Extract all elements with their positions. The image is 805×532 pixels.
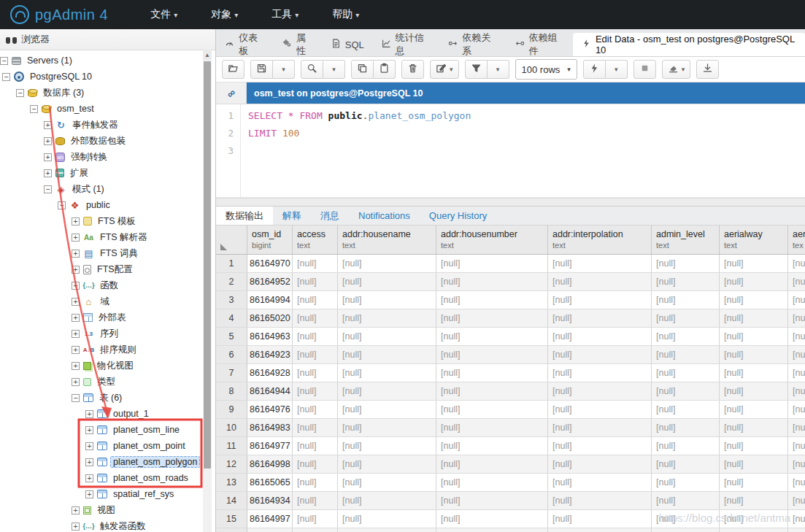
data-cell-addr-interpolation[interactable]: [null] (548, 346, 652, 363)
expand-icon[interactable]: + (72, 250, 80, 258)
data-cell-admin_level[interactable]: [null] (652, 437, 720, 455)
data-cell-addr-housename[interactable]: [null] (338, 474, 436, 491)
data-cell-osm_id[interactable]: 86165065 (247, 474, 293, 491)
column-header-addr-interpolation[interactable]: addr:interpolationtext (548, 225, 652, 254)
output-tab-notifications[interactable]: Notifications (349, 207, 420, 225)
data-cell-addr-interpolation[interactable]: [null] (548, 528, 652, 532)
data-cell-addr-housename[interactable]: [null] (338, 346, 436, 363)
paste-button[interactable] (374, 60, 396, 79)
save-button[interactable] (250, 60, 273, 79)
filter-button[interactable] (465, 60, 488, 79)
data-cell-aer[interactable]: [nu (788, 401, 805, 418)
data-cell-aer[interactable]: [nu (788, 309, 805, 327)
tree-item--[interactable]: +强制转换 (0, 149, 215, 165)
data-cell-admin_level[interactable]: [null] (652, 510, 720, 528)
data-cell-osm_id[interactable]: 86165020 (247, 309, 293, 327)
row-number-cell[interactable]: 11 (216, 437, 247, 455)
data-cell-aerialway[interactable]: [null] (720, 364, 788, 382)
tab-依赖组件[interactable]: 依赖组件 (507, 33, 573, 56)
column-header-aer[interactable]: aertex (788, 225, 805, 254)
data-cell-admin_level[interactable]: [null] (652, 474, 720, 491)
data-cell-admin_level[interactable]: [null] (652, 328, 720, 345)
data-cell-addr-housename[interactable]: [null] (338, 382, 436, 400)
data-cell-addr-housenumber[interactable]: [null] (436, 328, 548, 345)
data-cell-osm_id[interactable]: 86164934 (247, 492, 293, 509)
tree-item--[interactable]: +视图 (0, 502, 215, 518)
data-cell-aer[interactable]: [nu (788, 273, 805, 290)
row-number-cell[interactable]: 15 (216, 510, 247, 528)
data-cell-access[interactable]: [null] (293, 419, 338, 436)
data-cell-access[interactable]: [null] (293, 291, 338, 309)
data-cell-addr-interpolation[interactable]: [null] (548, 364, 652, 382)
expand-icon[interactable]: + (85, 410, 93, 418)
expand-icon[interactable]: + (72, 217, 80, 225)
expand-icon[interactable]: + (44, 137, 52, 145)
data-cell-addr-interpolation[interactable]: [null] (548, 474, 652, 491)
select-all-corner-cell[interactable] (216, 225, 247, 254)
data-cell-addr-interpolation[interactable]: [null] (548, 455, 652, 473)
data-cell-access[interactable]: [null] (293, 328, 338, 345)
data-cell-aer[interactable]: [nu (788, 419, 805, 436)
data-cell-addr-housename[interactable]: [null] (338, 419, 436, 436)
data-cell-osm_id[interactable]: 86164994 (247, 291, 293, 309)
data-cell-addr-interpolation[interactable]: [null] (548, 419, 652, 436)
data-cell-addr-housename[interactable]: [null] (338, 255, 436, 272)
expand-icon[interactable]: + (72, 346, 80, 354)
data-cell-aerialway[interactable]: [null] (720, 255, 788, 272)
download-csv-button[interactable] (696, 60, 719, 79)
data-cell-addr-housename[interactable]: [null] (338, 273, 436, 290)
data-cell-access[interactable]: [null] (293, 309, 338, 327)
data-cell-access[interactable]: [null] (293, 492, 338, 509)
data-cell-access[interactable]: [null] (293, 255, 338, 272)
data-cell-aer[interactable]: [nu (788, 492, 805, 509)
data-cell-osm_id[interactable]: 86164923 (247, 346, 293, 363)
data-cell-addr-housename[interactable]: [null] (338, 528, 436, 532)
tree-item--[interactable]: +扩展 (0, 165, 215, 181)
data-cell-osm_id[interactable]: 86164968 (247, 528, 293, 532)
data-cell-aerialway[interactable]: [null] (720, 382, 788, 400)
data-cell-admin_level[interactable]: [null] (652, 528, 720, 532)
row-number-cell[interactable]: 9 (216, 401, 247, 418)
scrollbar-thumb[interactable] (204, 61, 211, 469)
data-cell-addr-housename[interactable]: [null] (338, 437, 436, 455)
expand-icon[interactable]: + (72, 234, 80, 242)
expand-icon[interactable]: + (72, 506, 80, 514)
menu-工具[interactable]: 工具▾ (271, 8, 298, 21)
column-header-addr-housename[interactable]: addr:housenametext (338, 225, 436, 254)
data-cell-addr-housenumber[interactable]: [null] (436, 255, 548, 272)
data-cell-addr-housenumber[interactable]: [null] (436, 273, 548, 290)
tree-item--[interactable]: +事件触发器 (0, 117, 215, 133)
tab-统计信息[interactable]: 统计信息 (373, 33, 439, 56)
tree-item-planet_osm_point[interactable]: +planet_osm_point (0, 438, 215, 454)
tree-item-planet_osm_roads[interactable]: +planet_osm_roads (0, 470, 215, 486)
collapse-icon[interactable]: − (0, 57, 8, 65)
tab-属性[interactable]: 属性 (274, 33, 323, 56)
tree-item--[interactable]: +外部数据包装 (0, 133, 215, 149)
data-cell-addr-interpolation[interactable]: [null] (548, 401, 652, 418)
data-cell-osm_id[interactable]: 86164928 (247, 364, 293, 382)
column-header-addr-housenumber[interactable]: addr:housenumbertext (436, 225, 548, 254)
collapse-icon[interactable]: − (30, 105, 38, 113)
tree-item--[interactable]: +物化视图 (0, 358, 215, 374)
row-number-cell[interactable]: 16 (216, 528, 247, 532)
data-cell-admin_level[interactable]: [null] (652, 382, 720, 400)
data-cell-aerialway[interactable]: [null] (720, 419, 788, 436)
scrollbar-up-arrow[interactable]: ▲ (203, 50, 212, 60)
data-cell-aer[interactable]: [nu (788, 528, 805, 532)
expand-icon[interactable]: + (44, 153, 52, 161)
tree-item-osm_test[interactable]: −osm_test (0, 101, 215, 117)
row-number-cell[interactable]: 13 (216, 474, 247, 491)
tree-item-fts-[interactable]: +FTS 模板 (0, 213, 215, 229)
data-cell-admin_level[interactable]: [null] (652, 309, 720, 327)
data-cell-addr-housename[interactable]: [null] (338, 455, 436, 473)
data-cell-admin_level[interactable]: [null] (652, 401, 720, 418)
data-cell-addr-housenumber[interactable]: [null] (436, 492, 548, 509)
data-cell-osm_id[interactable]: 86164963 (247, 328, 293, 345)
data-cell-addr-housenumber[interactable]: [null] (436, 364, 548, 382)
output-tab-解释[interactable]: 解释 (273, 207, 311, 225)
save-menu-button[interactable]: ▾ (273, 60, 295, 79)
data-cell-access[interactable]: [null] (293, 528, 338, 532)
expand-icon[interactable]: + (72, 362, 80, 370)
data-cell-access[interactable]: [null] (293, 346, 338, 363)
expand-icon[interactable]: + (44, 169, 52, 177)
